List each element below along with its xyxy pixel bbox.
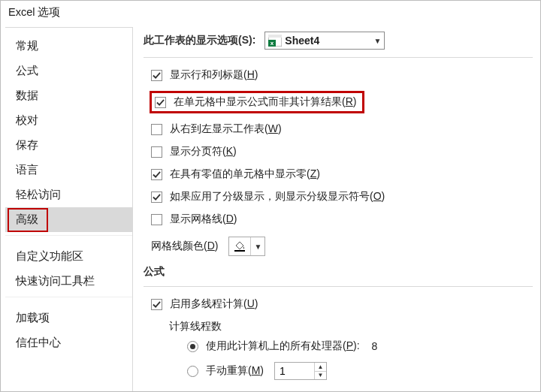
category-sidebar: 常规 公式 数据 校对 保存 语言 轻松访问 高级 自定义功能区 快速访问工具栏…: [5, 27, 133, 391]
sidebar-item-trust-center[interactable]: 信任中心: [5, 330, 132, 355]
manual-thread-input[interactable]: [275, 363, 314, 379]
section-divider: [144, 286, 533, 287]
svg-rect-4: [234, 250, 245, 252]
option-show-zero[interactable]: 在具有零值的单元格中显示零(Z): [151, 163, 540, 185]
worksheet-icon: x: [268, 35, 282, 47]
checkbox-gridlines[interactable]: [151, 214, 162, 225]
option-rtl-sheet[interactable]: 从右到左显示工作表(W): [151, 118, 540, 140]
checkbox-show-zero[interactable]: [151, 169, 162, 180]
excel-options-window: Excel 选项 常规 公式 数据 校对 保存 语言 轻松访问 高级 自定义功能…: [0, 0, 541, 392]
checkbox-rtl-sheet[interactable]: [151, 124, 162, 135]
selected-sheet-name: Sheet4: [285, 35, 370, 47]
gridline-color-button[interactable]: ▼: [228, 237, 265, 256]
option-row-headings[interactable]: 显示行和列标题(H): [151, 64, 540, 86]
label-gridlines: 显示网格线(D): [170, 213, 237, 226]
worksheet-selector[interactable]: x Sheet4 ▼: [264, 32, 385, 50]
radio-row-all-processors[interactable]: 使用此计算机上的所有处理器(P): 8: [187, 335, 540, 357]
window-title: Excel 选项: [1, 1, 540, 23]
label-show-formulas: 在单元格中显示公式而非其计算结果(R): [174, 95, 356, 109]
formulas-options: 启用多线程计算(U) 计算线程数 使用此计算机上的所有处理器(P): 8 手动重…: [133, 290, 540, 384]
sidebar-item-advanced[interactable]: 高级: [5, 207, 132, 232]
label-page-breaks: 显示分页符(K): [170, 145, 237, 158]
highlight-show-formulas: 在单元格中显示公式而非其计算结果(R): [150, 91, 364, 113]
sidebar-item-proofing[interactable]: 校对: [5, 108, 132, 133]
gridline-color-label: 网格线颜色(D): [151, 240, 218, 253]
worksheet-display-options: 显示行和列标题(H) 在单元格中显示公式而非其计算结果(R) 从右到左显示工作表…: [133, 61, 540, 231]
sidebar-item-quick-access-toolbar[interactable]: 快速访问工具栏: [5, 269, 132, 294]
radio-row-manual[interactable]: 手动重算(M) ▲ ▼: [187, 357, 540, 384]
window-body: 常规 公式 数据 校对 保存 语言 轻松访问 高级 自定义功能区 快速访问工具栏…: [1, 23, 540, 391]
label-row-col-headings: 显示行和列标题(H): [170, 68, 258, 82]
label-multithread: 启用多线程计算(U): [170, 297, 258, 311]
svg-text:x: x: [270, 40, 274, 47]
paint-bucket-icon: [229, 240, 250, 252]
checkbox-outline-symbols[interactable]: [151, 191, 162, 203]
threads-count-label: 计算线程数: [151, 315, 540, 335]
threads-radio-group: 使用此计算机上的所有处理器(P): 8 手动重算(M) ▲ ▼: [151, 335, 540, 384]
sidebar-item-customize-ribbon[interactable]: 自定义功能区: [5, 244, 132, 269]
manual-thread-spinner[interactable]: ▲ ▼: [274, 362, 327, 380]
option-gridlines[interactable]: 显示网格线(D): [151, 208, 540, 231]
sidebar-item-language[interactable]: 语言: [5, 158, 132, 182]
label-manual: 手动重算(M): [206, 364, 264, 378]
option-outline-symbols[interactable]: 如果应用了分级显示，则显示分级显示符号(O): [151, 185, 540, 208]
gridline-color-row: 网格线颜色(D) ▼: [133, 231, 540, 261]
formulas-section-header: 公式: [133, 261, 540, 283]
display-options-header: 此工作表的显示选项(S): x Sheet4 ▼: [133, 27, 540, 54]
checkbox-multithread[interactable]: [151, 299, 162, 310]
processor-count: 8: [372, 340, 378, 352]
dropdown-arrow-icon: ▼: [251, 243, 264, 251]
option-page-breaks[interactable]: 显示分页符(K): [151, 140, 540, 163]
checkbox-page-breaks[interactable]: [151, 146, 162, 158]
advanced-options-panel: 此工作表的显示选项(S): x Sheet4 ▼ 显示行和列标题(H): [133, 23, 540, 391]
display-options-label: 此工作表的显示选项(S):: [144, 34, 255, 47]
label-show-zero: 在具有零值的单元格中显示零(Z): [170, 167, 320, 181]
section-divider: [144, 57, 533, 58]
sidebar-item-save[interactable]: 保存: [5, 133, 132, 158]
spinner-down-icon[interactable]: ▼: [315, 372, 326, 380]
svg-rect-1: [268, 35, 282, 38]
label-rtl-sheet: 从右到左显示工作表(W): [170, 122, 282, 136]
sidebar-item-data[interactable]: 数据: [5, 83, 132, 108]
sidebar-item-ease-of-access[interactable]: 轻松访问: [5, 182, 132, 207]
checkbox-show-formulas[interactable]: [155, 97, 166, 108]
checkbox-row-col-headings[interactable]: [151, 70, 162, 81]
dropdown-arrow-icon: ▼: [370, 37, 384, 45]
radio-manual[interactable]: [187, 366, 198, 377]
sidebar-item-addins[interactable]: 加载项: [5, 306, 132, 330]
label-all-processors: 使用此计算机上的所有处理器(P):: [206, 339, 360, 353]
radio-all-processors[interactable]: [187, 341, 198, 352]
spinner-up-icon[interactable]: ▲: [315, 363, 326, 372]
label-outline-symbols: 如果应用了分级显示，则显示分级显示符号(O): [170, 190, 385, 204]
sidebar-item-general[interactable]: 常规: [5, 34, 132, 59]
option-show-formulas[interactable]: 在单元格中显示公式而非其计算结果(R): [151, 86, 540, 118]
option-multithread[interactable]: 启用多线程计算(U): [151, 293, 540, 315]
sidebar-item-formulas[interactable]: 公式: [5, 59, 132, 83]
